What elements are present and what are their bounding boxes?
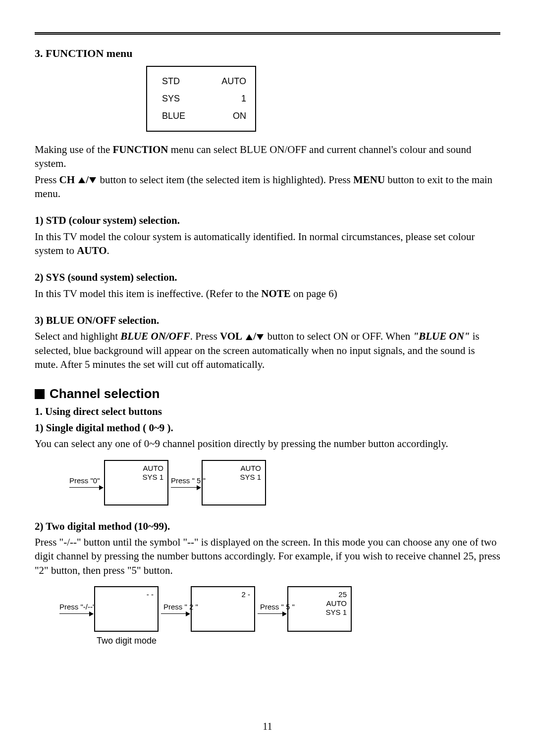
menu-row-blue: BLUE ON [162, 107, 246, 125]
menu-value: AUTO [221, 76, 246, 87]
screen-two-digit-mode: - - [94, 586, 159, 632]
label-press-5: Press " 5 " [171, 476, 206, 485]
paragraph-two-digital: Press "-/--" button until the symbol "--… [35, 535, 500, 577]
triangle-up-icon [246, 334, 253, 340]
label-press-dash: Press "-/--" [59, 603, 95, 611]
triangle-up-icon [78, 177, 85, 183]
bold-ch: CH [59, 174, 75, 186]
paragraph-single-digital: You can select any one of 0~9 channel po… [35, 437, 500, 451]
bold-function: FUNCTION [112, 144, 168, 155]
menu-row-std: STD AUTO [162, 73, 246, 90]
diagram-single-digit: Press "0" AUTO SYS 1 Press " 5 " AUTO SY… [35, 460, 500, 514]
triangle-down-icon [89, 177, 96, 183]
paragraph-intro: Making use of the FUNCTION menu can sele… [35, 143, 500, 171]
heading-blue: 3) BLUE ON/OFF selection. [35, 313, 500, 327]
page-number: 11 [0, 721, 535, 732]
menu-label: STD [162, 76, 180, 87]
screen-result-5: AUTO SYS 1 [202, 460, 266, 505]
heading-single-digital: 1) Single digital method ( 0~9 ). [35, 421, 500, 435]
arrow-icon [59, 613, 93, 614]
arrow-icon [69, 487, 103, 488]
heading-function-menu: 3. FUNCTION menu [35, 47, 500, 60]
paragraph-std: In this TV model the colour system is au… [35, 230, 500, 258]
menu-label: BLUE [162, 111, 185, 121]
heading-sys: 2) SYS (sound system) selection. [35, 270, 500, 284]
paragraph-blue: Select and highlight BLUE ON/OFF. Press … [35, 329, 500, 371]
heading-direct-select: 1. Using direct select buttons [35, 404, 500, 418]
screen-result-0: AUTO SYS 1 [104, 460, 168, 505]
diagram-two-digit: Press "-/--" - - Press " 2 " 2 - Press "… [35, 586, 500, 655]
function-menu-screen: STD AUTO SYS 1 BLUE ON [146, 66, 256, 132]
menu-value: ON [233, 111, 246, 121]
menu-value: 1 [241, 94, 246, 104]
menu-row-sys: SYS 1 [162, 90, 246, 107]
arrow-icon [258, 613, 286, 614]
arrow-icon [171, 487, 201, 488]
heading-channel-selection: Channel selection [35, 386, 500, 402]
label-press-0: Press "0" [69, 476, 100, 485]
paragraph-press-ch: Press CH / button to select item (the se… [35, 173, 500, 201]
triangle-down-icon [257, 334, 264, 340]
bold-note: NOTE [261, 288, 291, 300]
screen-after-2: 2 - [191, 586, 255, 632]
black-square-icon [35, 389, 45, 399]
heading-std: 1) STD (colour system) selection. [35, 213, 500, 227]
heading-two-digital: 2) Two digital method (10~99). [35, 519, 500, 533]
screen-result-25: 25 AUTO SYS 1 [287, 586, 352, 632]
bold-vol: VOL [220, 330, 242, 342]
bolditalic-blue-on: "BLUE ON" [413, 330, 470, 342]
menu-label: SYS [162, 94, 180, 104]
bolditalic-blue-onoff: BLUE ON/OFF [120, 330, 190, 342]
paragraph-sys: In this TV model this item is ineffectiv… [35, 287, 500, 301]
arrow-icon [161, 613, 190, 614]
bold-auto: AUTO [77, 245, 107, 256]
bold-menu: MENU [353, 174, 385, 186]
caption-two-digit: Two digit mode [97, 636, 157, 646]
top-rule [35, 32, 500, 35]
